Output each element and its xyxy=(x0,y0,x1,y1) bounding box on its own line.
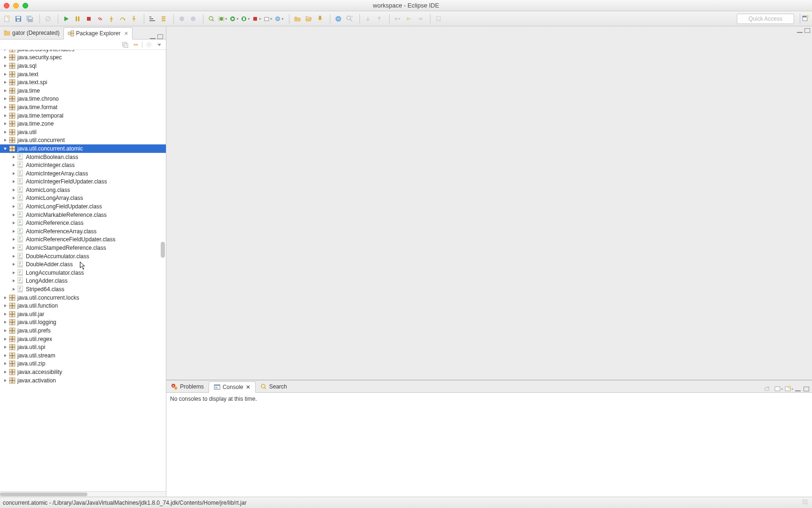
package-tree[interactable]: java.security.interfacesjava.security.sp… xyxy=(0,50,166,491)
close-window-button[interactable] xyxy=(4,3,9,8)
maximize-console-button[interactable] xyxy=(804,387,809,391)
link-with-editor-button[interactable] xyxy=(132,41,139,48)
step-over-button[interactable] xyxy=(117,14,128,24)
close-icon[interactable]: ✕ xyxy=(124,31,128,37)
class-node[interactable]: J010AtomicLong.class xyxy=(0,186,166,194)
next-annotation-button[interactable] xyxy=(363,14,373,24)
collapse-all-button[interactable] xyxy=(121,41,129,48)
back-button[interactable] xyxy=(404,14,414,24)
previous-annotation-button[interactable] xyxy=(374,14,384,24)
package-node[interactable]: java.time.chrono xyxy=(0,95,166,103)
minimize-window-button[interactable] xyxy=(13,3,19,8)
class-node[interactable]: J010AtomicReferenceFieldUpdater.class xyxy=(0,236,166,244)
pin-editor-button[interactable] xyxy=(315,14,325,24)
package-node[interactable]: java.time.temporal xyxy=(0,111,166,120)
package-node[interactable]: java.security.spec xyxy=(0,54,166,62)
resume-button[interactable] xyxy=(61,14,71,24)
package-node[interactable]: java.util.concurrent.atomic xyxy=(0,144,166,153)
package-node[interactable]: java.util.regex xyxy=(0,335,166,343)
new-server-button[interactable] xyxy=(263,14,273,24)
package-node[interactable]: java.security.interfaces xyxy=(0,50,166,54)
focus-task-button[interactable] xyxy=(145,41,153,48)
pin-console-button[interactable] xyxy=(764,386,772,392)
class-node[interactable]: J010AtomicIntegerArray.class xyxy=(0,169,166,178)
minimize-editor-button[interactable] xyxy=(797,28,803,33)
step-into-button[interactable] xyxy=(106,14,117,24)
toggle-breadcrumb-button[interactable] xyxy=(147,14,157,24)
class-node[interactable]: J010AtomicStampedReference.class xyxy=(0,244,166,252)
web-browser-dropdown-button[interactable] xyxy=(274,14,284,24)
package-node[interactable]: java.util.concurrent.locks xyxy=(0,294,166,302)
class-node[interactable]: J010DoubleAccumulator.class xyxy=(0,252,166,261)
package-node[interactable]: java.util.concurrent xyxy=(0,136,166,145)
new-java-package-button[interactable] xyxy=(188,14,198,24)
save-button[interactable] xyxy=(13,14,23,24)
save-all-button[interactable] xyxy=(24,14,35,24)
forward-button[interactable] xyxy=(415,14,425,24)
quick-access-input[interactable]: Quick Access xyxy=(737,14,794,24)
pin-button[interactable] xyxy=(433,14,444,24)
tab-search[interactable]: Search xyxy=(256,381,292,392)
tab-problems[interactable]: ✕! Problems xyxy=(166,381,209,392)
package-node[interactable]: java.sql xyxy=(0,62,166,70)
package-node[interactable]: java.time xyxy=(0,87,166,95)
maximize-view-button[interactable] xyxy=(157,34,163,39)
package-node[interactable]: javax.accessibility xyxy=(0,368,166,376)
class-node[interactable]: J010AtomicLongArray.class xyxy=(0,194,166,203)
display-console-dropdown[interactable] xyxy=(774,386,782,392)
new-java-project-button[interactable] xyxy=(177,14,187,24)
open-console-dropdown[interactable] xyxy=(785,386,792,392)
package-node[interactable]: java.text xyxy=(0,70,166,79)
class-node[interactable]: J010AtomicReference.class xyxy=(0,219,166,227)
last-edit-location-button[interactable] xyxy=(392,14,403,24)
class-node[interactable]: J010DoubleAdder.class xyxy=(0,260,166,269)
open-perspective-button[interactable] xyxy=(800,14,810,24)
class-node[interactable]: J010AtomicLongFieldUpdater.class xyxy=(0,202,166,211)
package-node[interactable]: java.util.spi xyxy=(0,343,166,351)
class-node[interactable]: J010AtomicIntegerFieldUpdater.class xyxy=(0,178,166,186)
minimize-view-button[interactable] xyxy=(150,34,156,39)
run-dropdown-button[interactable] xyxy=(229,14,239,24)
open-folder-button[interactable] xyxy=(304,14,314,24)
search-button[interactable] xyxy=(344,14,355,24)
open-web-browser-button[interactable] xyxy=(333,14,344,24)
package-node[interactable]: java.util.prefs xyxy=(0,326,166,335)
package-node[interactable]: java.util.zip xyxy=(0,360,166,368)
horizontal-scrollbar[interactable] xyxy=(0,491,166,497)
new-button[interactable] xyxy=(2,14,12,24)
tab-navigator[interactable]: gator (Deprecated) xyxy=(0,27,63,39)
terminate-button[interactable] xyxy=(84,14,94,24)
view-menu-button[interactable] xyxy=(156,41,163,48)
skip-breakpoints-button[interactable] xyxy=(43,14,53,24)
disconnect-button[interactable] xyxy=(95,14,105,24)
package-node[interactable]: javax.activation xyxy=(0,376,166,385)
minimize-console-button[interactable] xyxy=(795,387,801,391)
class-node[interactable]: J010LongAccumulator.class xyxy=(0,269,166,277)
package-node[interactable]: java.time.zone xyxy=(0,119,166,128)
package-node[interactable]: java.text.spi xyxy=(0,78,166,87)
class-node[interactable]: J010AtomicReferenceArray.class xyxy=(0,227,166,236)
class-node[interactable]: J010LongAdder.class xyxy=(0,277,166,286)
zoom-window-button[interactable] xyxy=(23,3,28,8)
toggle-mark-occurrences-button[interactable] xyxy=(158,14,169,24)
package-node[interactable]: java.util.jar xyxy=(0,310,166,318)
package-node[interactable]: java.time.format xyxy=(0,103,166,111)
step-return-button[interactable] xyxy=(129,14,139,24)
class-node[interactable]: J010AtomicInteger.class xyxy=(0,161,166,169)
horizontal-scrollbar-thumb[interactable] xyxy=(0,492,87,496)
run-last-tool-button[interactable] xyxy=(251,14,262,24)
open-type-button[interactable] xyxy=(206,14,217,24)
maximize-editor-button[interactable] xyxy=(804,28,810,33)
class-node[interactable]: J010AtomicBoolean.class xyxy=(0,153,166,161)
suspend-button[interactable] xyxy=(72,14,83,24)
package-node[interactable]: java.util.logging xyxy=(0,318,166,327)
coverage-dropdown-button[interactable] xyxy=(240,14,250,24)
tab-console[interactable]: Console ✕ xyxy=(209,381,256,393)
tab-package-explorer[interactable]: Package Explorer ✕ xyxy=(63,27,133,40)
new-folder-button[interactable] xyxy=(292,14,303,24)
class-node[interactable]: J010AtomicMarkableReference.class xyxy=(0,211,166,219)
vertical-scrollbar-thumb[interactable] xyxy=(161,242,165,258)
close-icon[interactable]: ✕ xyxy=(246,384,250,390)
debug-dropdown-button[interactable] xyxy=(218,14,228,24)
package-node[interactable]: java.util.stream xyxy=(0,351,166,360)
